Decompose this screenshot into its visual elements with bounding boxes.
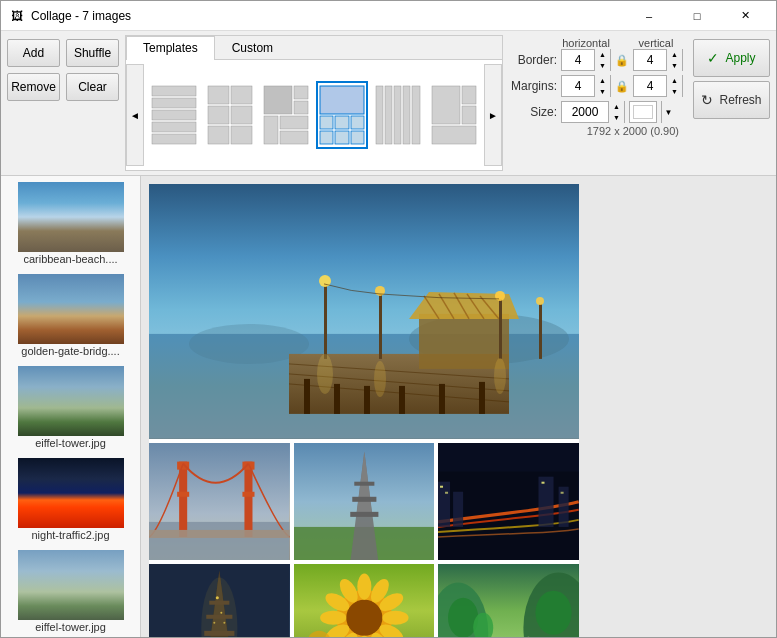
margins-v-up-btn[interactable]: ▲ [666, 75, 682, 86]
margins-h-input[interactable]: 4 [562, 76, 594, 96]
scroll-left-button[interactable]: ◄ [126, 64, 144, 166]
border-h-input[interactable]: 4 [562, 50, 594, 70]
title-bar: 🖼 Collage - 7 images – □ ✕ [1, 1, 776, 31]
margins-v-down-btn[interactable]: ▼ [666, 86, 682, 97]
scroll-right-button[interactable]: ► [484, 64, 502, 166]
margins-h-up-btn[interactable]: ▲ [594, 75, 610, 86]
svg-rect-45 [439, 384, 445, 414]
svg-rect-1 [152, 98, 196, 108]
svg-rect-89 [542, 481, 545, 483]
svg-rect-2 [152, 110, 196, 120]
svg-rect-58 [499, 299, 502, 359]
svg-point-109 [382, 611, 408, 625]
border-v-input[interactable]: 4 [634, 50, 666, 70]
templates-tab[interactable]: Templates [126, 36, 215, 60]
svg-rect-29 [432, 86, 460, 124]
border-h-up-btn[interactable]: ▲ [594, 49, 610, 60]
collage-photo-bridge [149, 443, 290, 561]
svg-rect-7 [208, 106, 229, 124]
size-spinbox: 2000 ▲ ▼ [561, 101, 625, 123]
svg-point-64 [494, 358, 506, 394]
collage-photo-traffic [438, 443, 579, 561]
canvas-area [141, 176, 776, 637]
clear-button[interactable]: Clear [66, 73, 119, 101]
close-button[interactable]: ✕ [722, 1, 768, 31]
svg-rect-85 [539, 476, 554, 526]
svg-rect-47 [419, 314, 509, 369]
svg-point-115 [320, 611, 346, 625]
list-item[interactable]: eiffel-tower.jpg [16, 364, 126, 452]
svg-rect-23 [351, 131, 364, 144]
template-scroll-area: ◄ [126, 60, 502, 170]
svg-point-62 [317, 354, 333, 394]
size-down-btn[interactable]: ▼ [608, 112, 624, 123]
svg-rect-73 [149, 530, 290, 538]
svg-rect-10 [231, 126, 252, 144]
template-item-5[interactable] [372, 81, 424, 149]
svg-rect-12 [294, 86, 308, 99]
refresh-button[interactable]: ↻ Refresh [693, 81, 770, 119]
list-item[interactable]: eiffel-tower.jpg [16, 548, 126, 636]
template-grid [144, 81, 484, 149]
svg-rect-22 [335, 131, 349, 144]
apply-button[interactable]: ✓ Apply [693, 39, 770, 77]
svg-rect-78 [352, 497, 376, 502]
margins-row: Margins: 4 ▲ ▼ 🔒 4 ▲ ▼ [507, 73, 683, 99]
add-button[interactable]: Add [7, 39, 60, 67]
minimize-button[interactable]: – [626, 1, 672, 31]
size-input[interactable]: 2000 [562, 102, 608, 122]
border-lock-icon[interactable]: 🔒 [615, 53, 629, 67]
template-item-2[interactable] [204, 81, 256, 149]
svg-rect-17 [320, 86, 364, 114]
shuffle-button[interactable]: Shuffle [66, 39, 119, 67]
template-item-3[interactable] [260, 81, 312, 149]
svg-rect-5 [208, 86, 229, 104]
svg-rect-16 [280, 131, 308, 144]
color-swatch[interactable] [629, 101, 657, 123]
template-preview-1 [151, 85, 197, 145]
svg-rect-43 [364, 386, 370, 414]
list-item[interactable]: night-traffic2.jpg [16, 456, 126, 544]
custom-tab[interactable]: Custom [215, 36, 290, 59]
maximize-button[interactable]: □ [674, 1, 720, 31]
template-item-6[interactable] [428, 81, 480, 149]
bridge-svg [149, 443, 290, 561]
eiffel2-svg [149, 564, 290, 637]
svg-rect-25 [385, 86, 392, 144]
size-up-btn[interactable]: ▲ [608, 101, 624, 112]
color-dropdown-button[interactable]: ▼ [661, 101, 675, 123]
border-label: Border: [507, 53, 557, 67]
svg-rect-60 [539, 304, 542, 359]
svg-rect-13 [294, 101, 308, 114]
image-label: night-traffic2.jpg [18, 528, 124, 542]
image-label: eiffel-tower.jpg [18, 436, 124, 450]
border-v-down-btn[interactable]: ▼ [666, 60, 682, 71]
list-item[interactable]: caribbean-beach.... [16, 180, 126, 268]
svg-rect-0 [152, 86, 196, 96]
svg-rect-54 [324, 284, 327, 359]
template-preview-3 [263, 85, 309, 145]
app-icon: 🖼 [9, 8, 25, 24]
svg-rect-56 [379, 294, 382, 359]
margins-v-input[interactable]: 4 [634, 76, 666, 96]
list-item[interactable]: golden-gate-bridg.... [16, 272, 126, 360]
svg-rect-11 [264, 86, 292, 114]
margins-lock-icon[interactable]: 🔒 [615, 79, 629, 93]
border-h-down-btn[interactable]: ▼ [594, 60, 610, 71]
image-label: eiffel-tower.jpg [18, 620, 124, 634]
border-v-spinbox-btns: ▲ ▼ [666, 49, 682, 71]
pier-svg [149, 184, 579, 439]
svg-point-63 [374, 361, 386, 397]
border-v-spinbox: 4 ▲ ▼ [633, 49, 683, 71]
template-item-4[interactable] [316, 81, 368, 149]
svg-point-61 [536, 297, 544, 305]
remove-button[interactable]: Remove [7, 73, 60, 101]
thumbnail-eiffel [18, 366, 124, 436]
svg-rect-18 [320, 116, 333, 129]
border-v-up-btn[interactable]: ▲ [666, 49, 682, 60]
margins-h-down-btn[interactable]: ▼ [594, 86, 610, 97]
border-h-spinbox: 4 ▲ ▼ [561, 49, 611, 71]
template-item-1[interactable] [148, 81, 200, 149]
margins-v-spinbox: 4 ▲ ▼ [633, 75, 683, 97]
template-panel: Templates Custom ◄ [125, 35, 503, 171]
